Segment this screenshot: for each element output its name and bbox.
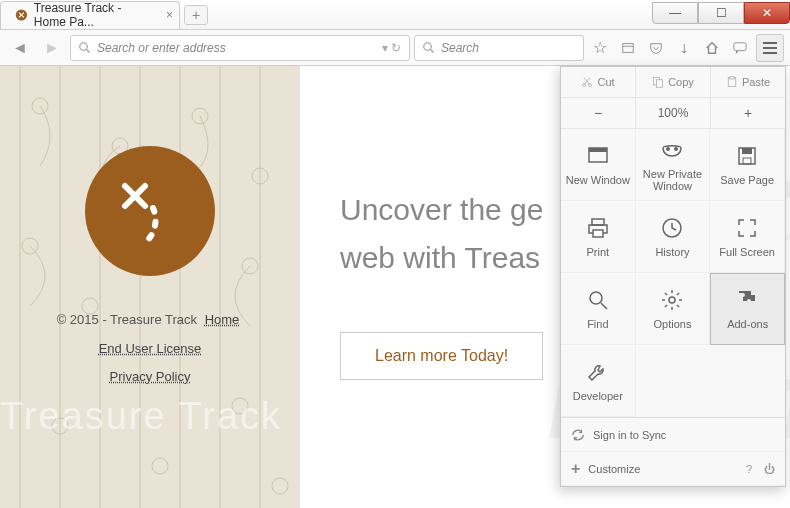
menu-developer[interactable]: Developer xyxy=(561,345,636,417)
svg-rect-7 xyxy=(734,42,746,50)
paste-icon xyxy=(726,76,738,88)
home-icon[interactable] xyxy=(700,36,724,60)
menu-history[interactable]: History xyxy=(636,201,711,273)
forward-button[interactable]: ► xyxy=(38,34,66,62)
menu-new-window[interactable]: New Window xyxy=(561,129,636,201)
svg-point-1 xyxy=(80,42,88,50)
history-icon xyxy=(660,216,684,240)
new-tab-button[interactable]: + xyxy=(184,5,208,25)
browser-tab[interactable]: Treasure Track - Home Pa... × xyxy=(0,1,180,29)
svg-line-4 xyxy=(431,49,434,52)
window-controls: — ☐ ✕ xyxy=(652,6,790,24)
search-bar[interactable]: Search xyxy=(414,35,584,61)
page-sidebar: © 2015 - Treasure Track Home End User Li… xyxy=(0,66,300,508)
menu-print[interactable]: Print xyxy=(561,201,636,273)
search-icon xyxy=(79,42,91,54)
address-bar[interactable]: Search or enter address ▾ ↻ xyxy=(70,35,410,61)
minimize-button[interactable]: — xyxy=(652,2,698,24)
svg-point-31 xyxy=(674,147,678,151)
customize-button[interactable]: + Customize ? ⏻ xyxy=(561,452,785,486)
svg-point-3 xyxy=(424,42,432,50)
svg-rect-5 xyxy=(623,43,634,52)
svg-rect-37 xyxy=(593,230,603,237)
url-placeholder: Search or enter address xyxy=(97,41,226,55)
menu-save-page[interactable]: Save Page xyxy=(710,129,785,201)
gear-icon xyxy=(660,288,684,312)
link-home[interactable]: Home xyxy=(205,312,240,327)
svg-rect-29 xyxy=(589,148,607,152)
print-icon xyxy=(586,216,610,240)
save-icon xyxy=(735,144,759,168)
search-placeholder: Search xyxy=(441,41,479,55)
cut-button[interactable]: Cut xyxy=(561,67,636,97)
fullscreen-icon xyxy=(735,216,759,240)
paste-button[interactable]: Paste xyxy=(711,67,785,97)
url-dropdown-icon[interactable]: ▾ ↻ xyxy=(382,41,401,55)
footer-links: © 2015 - Treasure Track Home End User Li… xyxy=(20,306,280,392)
plus-icon: + xyxy=(571,460,580,478)
tab-title: Treasure Track - Home Pa... xyxy=(34,1,155,29)
zoom-in-button[interactable]: + xyxy=(711,98,785,128)
zoom-out-button[interactable]: − xyxy=(561,98,636,128)
copyright-text: © 2015 - Treasure Track xyxy=(57,312,197,327)
downloads-icon[interactable]: ↓ xyxy=(672,36,696,60)
search-icon xyxy=(423,42,435,54)
browser-toolbar: ◄ ► Search or enter address ▾ ↻ Search ☆… xyxy=(0,30,790,66)
page-content: PC k.com © 2015 - Treasure Track xyxy=(0,66,790,508)
tab-favicon-icon xyxy=(15,7,28,23)
svg-point-30 xyxy=(666,147,670,151)
svg-line-2 xyxy=(87,49,90,52)
zoom-row: − 100% + xyxy=(561,98,785,129)
cut-icon xyxy=(581,76,593,88)
menu-find[interactable]: Find xyxy=(561,273,636,345)
hamburger-menu-panel: Cut Copy Paste − 100% + New Window New P… xyxy=(560,66,786,487)
chat-icon[interactable] xyxy=(728,36,752,60)
edit-row: Cut Copy Paste xyxy=(561,67,785,98)
svg-point-39 xyxy=(590,292,602,304)
svg-rect-25 xyxy=(657,80,663,88)
back-button[interactable]: ◄ xyxy=(6,34,34,62)
sign-in-sync[interactable]: Sign in to Sync xyxy=(561,418,785,452)
bookmarks-icon[interactable] xyxy=(616,36,640,60)
menu-footer: Sign in to Sync + Customize ? ⏻ xyxy=(561,417,785,486)
link-privacy[interactable]: Privacy Policy xyxy=(110,369,191,384)
copy-icon xyxy=(652,76,664,88)
maximize-button[interactable]: ☐ xyxy=(698,2,744,24)
menu-button[interactable] xyxy=(756,34,784,62)
logo-x-icon xyxy=(85,146,215,276)
menu-options[interactable]: Options xyxy=(636,273,711,345)
find-icon xyxy=(586,288,610,312)
link-eula[interactable]: End User License xyxy=(99,341,202,356)
star-icon[interactable]: ☆ xyxy=(588,36,612,60)
svg-rect-27 xyxy=(730,77,735,79)
addons-icon xyxy=(736,288,760,312)
svg-line-40 xyxy=(601,303,607,309)
window-titlebar: Treasure Track - Home Pa... × + — ☐ ✕ xyxy=(0,0,790,30)
menu-addons[interactable]: Add-ons xyxy=(710,273,785,345)
menu-grid: New Window New Private Window Save Page … xyxy=(561,129,785,417)
close-window-button[interactable]: ✕ xyxy=(744,2,790,24)
menu-private-window[interactable]: New Private Window xyxy=(636,129,711,201)
wrench-icon xyxy=(586,360,610,384)
copy-button[interactable]: Copy xyxy=(636,67,711,97)
window-icon xyxy=(586,144,610,168)
zoom-level: 100% xyxy=(636,98,711,128)
site-logo xyxy=(85,146,215,276)
power-icon[interactable]: ⏻ xyxy=(764,463,775,475)
svg-point-41 xyxy=(669,297,675,303)
tab-close-icon[interactable]: × xyxy=(166,8,173,22)
svg-rect-34 xyxy=(743,158,751,164)
pocket-icon[interactable] xyxy=(644,36,668,60)
svg-rect-33 xyxy=(742,148,752,154)
menu-fullscreen[interactable]: Full Screen xyxy=(710,201,785,273)
mask-icon xyxy=(660,138,684,162)
svg-rect-35 xyxy=(592,219,604,225)
learn-more-button[interactable]: Learn more Today! xyxy=(340,332,543,380)
help-icon[interactable]: ? xyxy=(746,463,752,475)
sync-icon xyxy=(571,428,585,442)
